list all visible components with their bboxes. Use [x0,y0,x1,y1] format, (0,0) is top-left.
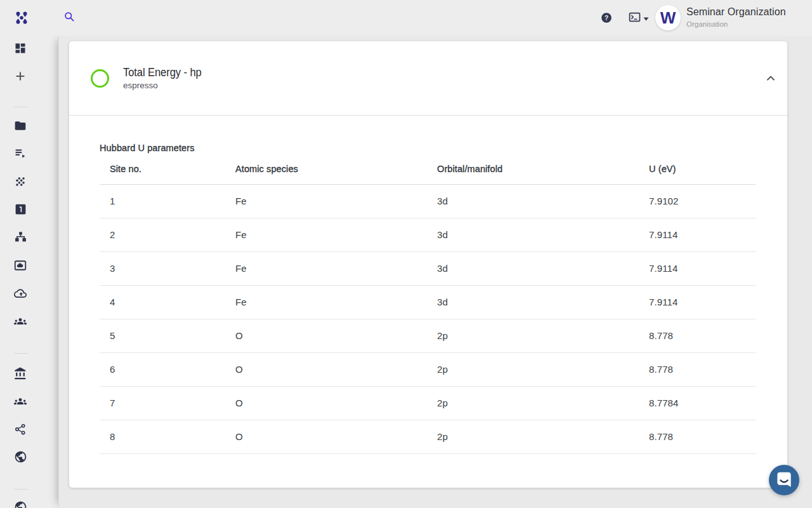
table-cell: 3d [427,218,639,251]
caret-down-icon [643,13,649,23]
table-cell: 8.778 [639,352,756,386]
table-cell: 7.9114 [639,251,756,285]
table-row: 3Fe3d7.9114 [100,251,756,285]
svg-text:?: ? [605,15,608,22]
globe-icon [14,450,27,465]
table-row: 1Fe3d7.9102 [100,184,756,218]
top-bar: ? W Seminar Organization Organisation [0,0,812,36]
sidebar-item-assets[interactable] [9,255,32,277]
table-cell: 2 [100,218,225,251]
table-row: 8O2p8.778 [100,420,756,453]
table-row: 4Fe3d7.9114 [100,285,756,319]
console-menu-button[interactable] [629,12,648,23]
table-cell: 4 [100,285,225,319]
card-subtitle: espresso [123,81,208,90]
table-cell: 3d [427,251,639,285]
sidebar-item-organization[interactable] [9,363,32,385]
chat-launcher-button[interactable] [769,465,799,495]
sidebar-item-jobs[interactable] [9,143,32,166]
sidebar-item-members[interactable] [9,391,32,413]
help-button[interactable]: ? [600,11,613,24]
table-row: 6O2p8.778 [100,352,756,386]
console-window-icon [629,11,641,25]
table-cell: 6 [100,352,225,386]
table-cell: 8.778 [639,420,756,453]
chat-bubble-icon [773,469,795,492]
sidebar-item-public[interactable] [9,446,32,469]
card-title: Total Energy - hp [123,66,202,79]
card-titles: Total Energy - hp espresso [123,66,208,90]
sidebar [0,36,58,508]
table-cell: 2p [427,420,639,453]
search-icon [63,15,75,25]
table-cell: Fe [225,285,427,319]
table-cell: O [225,420,427,453]
sidebar-item-workflows[interactable] [9,227,32,250]
table-cell: 3 [100,251,225,285]
sidebar-divider [14,353,28,354]
table-row: 2Fe3d7.9114 [100,218,756,251]
table-cell: O [225,386,427,420]
table-cell: 8.7784 [639,386,756,420]
main-content: Total Energy - hp espresso Hubbard U par… [58,36,812,508]
table-head: Site no. Atomic species Orbital/manifold… [100,154,756,184]
asset-cloud-icon [13,258,27,274]
sidebar-divider [14,489,28,490]
table-cell: 7.9102 [639,184,756,218]
table-cell: 8.778 [639,319,756,352]
add-icon [15,70,26,84]
col-orbital-manifold: Orbital/manifold [427,154,639,184]
team-icon [14,315,27,330]
search-button[interactable] [63,10,75,23]
sidebar-item-share[interactable] [9,418,32,441]
table-cell: 1 [100,184,225,218]
dashboard-icon [14,42,27,57]
materials-dots-icon [14,175,27,190]
col-site-no: Site no. [100,154,225,184]
sidebar-item-cloud-upload[interactable] [9,283,32,305]
table-cell: 7.9114 [639,285,756,319]
share-icon [14,423,27,438]
table-row: 5O2p8.778 [100,319,756,352]
sidebar-item-projects[interactable] [9,115,32,138]
col-u-ev: U (eV) [639,154,756,184]
user-avatar[interactable]: W [655,5,681,30]
org-name: Seminar Organization [686,6,788,18]
sidebar-item-explore[interactable] [9,497,32,508]
result-card: Total Energy - hp espresso Hubbard U par… [69,41,787,488]
table-cell: 2p [427,319,639,352]
app-logo[interactable] [15,11,29,25]
section-label: Hubbard U parameters [100,143,195,153]
folder-icon [14,119,27,134]
globe-icon [14,500,27,508]
sidebar-divider [14,107,28,107]
avatar-letter: W [660,8,676,28]
mat3ra-logo-icon [15,16,29,27]
jobs-list-icon [15,149,25,160]
table-cell: 7 [100,386,225,420]
looks-one-icon [14,203,27,218]
sidebar-item-materials[interactable] [9,171,32,194]
table-cell: 3d [427,184,639,218]
table-row: 7O2p8.7784 [100,386,756,420]
chevron-up-icon [763,78,778,88]
org-switcher[interactable]: Seminar Organization Organisation [686,6,788,29]
bank-icon [13,366,27,382]
table-cell: Fe [225,218,427,251]
sidebar-item-team[interactable] [9,311,32,333]
table-cell: 3d [427,285,639,319]
card-header-divider [69,115,787,116]
table-cell: O [225,352,427,386]
card-header: Total Energy - hp espresso [69,41,787,115]
sidebar-item-dashboard[interactable] [9,37,32,60]
org-type: Organisation [686,20,788,29]
table-cell: 5 [100,319,225,352]
table-cell: 2p [427,386,639,420]
table-cell: 8 [100,420,225,453]
sidebar-item-create[interactable] [9,65,32,88]
cloud-upload-icon [14,287,27,302]
members-icon [14,395,27,410]
col-atomic-species: Atomic species [225,154,427,184]
collapse-button[interactable] [763,70,778,86]
sidebar-item-looks-one[interactable] [9,199,32,222]
